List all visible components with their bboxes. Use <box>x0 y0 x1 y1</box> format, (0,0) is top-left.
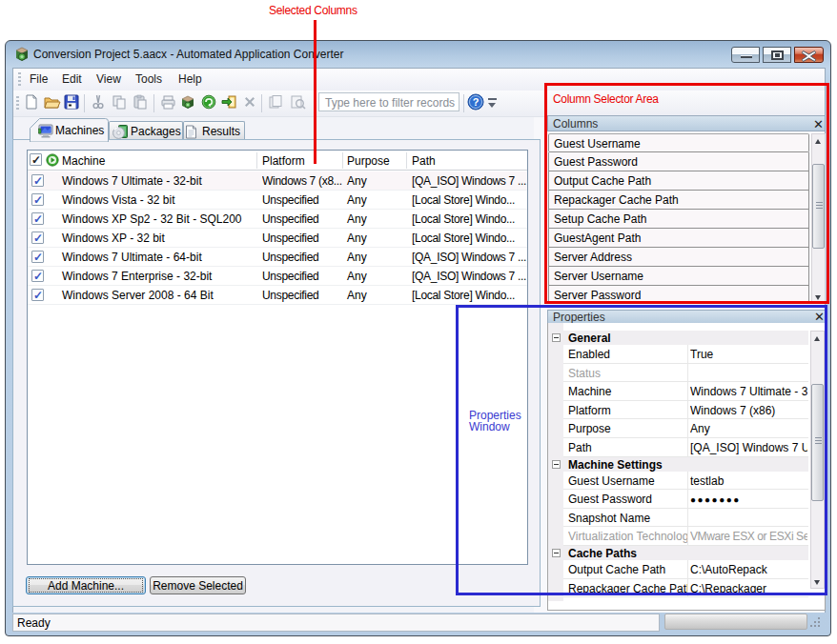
svg-text:?: ? <box>473 96 480 108</box>
